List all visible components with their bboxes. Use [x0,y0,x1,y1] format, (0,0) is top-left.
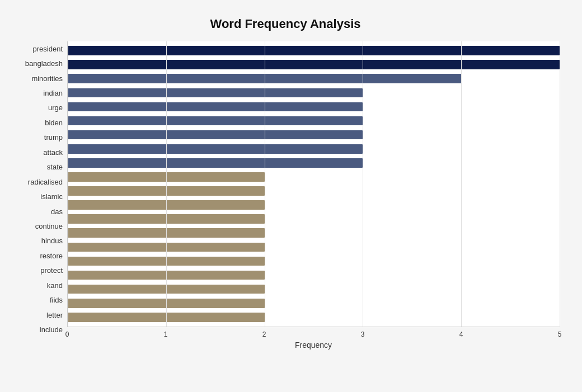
x-tick: 5 [558,330,562,338]
bar [68,257,265,266]
y-axis-label: include [40,326,63,333]
bar-row [68,226,560,240]
x-tick: 0 [65,330,69,338]
bar [68,60,560,69]
chart-area: presidentbangladeshminoritiesindianurgeb… [11,41,560,350]
bar-row [68,184,560,198]
y-axis-label: das [51,208,63,215]
bar [68,74,461,83]
bar-row [68,128,560,142]
y-axis-label: restore [40,252,63,259]
bar-row [68,72,560,86]
y-axis-label: kand [47,282,63,289]
bar-row [68,114,560,127]
bars-wrapper [67,41,560,327]
bar [68,172,265,182]
bar [68,228,265,238]
bar [68,46,560,55]
bar-row [68,282,560,296]
bar-row [68,212,560,226]
x-tick: 3 [361,330,365,338]
y-axis-label: indian [43,89,63,97]
bar-row [68,170,560,184]
x-axis: 012345 [67,327,560,338]
bar-row [68,240,560,254]
y-axis-label: fiids [50,296,63,304]
y-axis-label: continue [35,223,63,230]
y-axis-label: radicalised [28,178,63,186]
bar [68,299,265,308]
bar [68,158,363,168]
bar [68,271,265,280]
y-axis-label: hindus [41,237,63,244]
y-axis-label: bangladesh [25,60,63,67]
bar [68,313,265,322]
y-axis-label: president [33,45,63,53]
y-axis-label: attack [43,149,63,156]
y-axis: presidentbangladeshminoritiesindianurgeb… [11,41,67,350]
bar-row [68,296,560,310]
bar-row [68,310,560,324]
y-axis-label: islamic [40,193,63,200]
bar [68,285,265,294]
bar-row [68,254,560,268]
bar-row [68,268,560,282]
chart-container: Word Frequency Analysis presidentbanglad… [0,0,582,392]
bar [68,102,363,112]
chart-title: Word Frequency Analysis [11,11,560,31]
bar-row [68,44,560,58]
bar [68,200,265,210]
y-axis-label: biden [45,119,63,126]
y-axis-label: state [47,163,63,171]
y-axis-label: letter [46,311,63,319]
bar-row [68,86,560,100]
y-axis-label: protect [40,267,63,274]
y-axis-label: minorities [31,75,63,82]
bar-row [68,142,560,156]
bar-row [68,58,560,72]
bar [68,116,363,126]
plot-area: 012345 Frequency [67,41,560,350]
x-tick: 4 [459,330,463,338]
bar-row [68,100,560,114]
bar [68,88,363,98]
bar-row [68,156,560,170]
bar [68,214,265,224]
bar [68,130,363,140]
grid-line [560,41,560,327]
bar [68,243,265,252]
bar [68,186,265,196]
y-axis-label: trump [44,134,63,141]
x-axis-label: Frequency [67,341,560,350]
bar-row [68,198,560,212]
bar [68,144,363,154]
x-tick: 2 [262,330,266,338]
x-tick: 1 [164,330,168,338]
y-axis-label: urge [48,104,63,111]
